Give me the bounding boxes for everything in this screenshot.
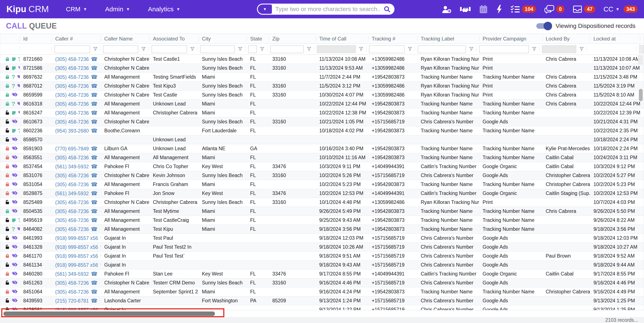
table-row[interactable]: 8461170 (918) 999-8557 x56☎ Gujarat In P… bbox=[0, 252, 644, 261]
phone-icon[interactable]: ☎ bbox=[91, 163, 98, 169]
phone-icon[interactable]: ☎ bbox=[91, 146, 98, 151]
vertical-scrollbar-track[interactable] bbox=[638, 55, 643, 64]
caller-number-link[interactable]: (305) 458-7236 bbox=[55, 218, 89, 223]
filter-funnel-icon[interactable] bbox=[579, 46, 584, 52]
table-row[interactable]: 8531076 (305) 458-7236☎ Christopher N Ca… bbox=[0, 171, 644, 180]
table-row[interactable]: ? 8616318 (305) 458-7236☎ All Management… bbox=[0, 99, 644, 108]
caller-number-link[interactable]: (918) 999-8557 x56 bbox=[55, 235, 98, 241]
col-provider-campaign[interactable]: Provider Campaign bbox=[479, 34, 542, 43]
filter-funnel-icon[interactable] bbox=[190, 46, 195, 52]
filter-tracking-label-input[interactable] bbox=[418, 45, 466, 53]
table-row[interactable]: 8504535 (305) 458-7236☎ All Management T… bbox=[0, 207, 644, 216]
table-row[interactable]: 8531054 (305) 458-7236☎ All Management F… bbox=[0, 180, 644, 189]
phone-icon[interactable]: ☎ bbox=[91, 65, 98, 71]
filter-funnel-icon[interactable] bbox=[532, 46, 537, 52]
table-row[interactable]: ? 8697632 (305) 458-7236☎ All Management… bbox=[0, 73, 644, 82]
table-row[interactable]: ? 8602236 (954) 393-2680☎ Boothe,Coreann… bbox=[0, 126, 644, 135]
caller-number-link[interactable]: (305) 458-7236 bbox=[55, 110, 89, 116]
caller-number-link[interactable]: (215) 720-6781 bbox=[55, 298, 89, 304]
table-row[interactable]: ? 8721660 (305) 458-7236☎ Christopher N … bbox=[0, 55, 644, 64]
nav-admin[interactable]: Admin ▼ bbox=[105, 5, 130, 13]
phone-icon[interactable]: ☎ bbox=[91, 119, 98, 125]
table-row[interactable]: 8461134 (918) 999-8557 x56☎ Gujarat In 9… bbox=[0, 261, 644, 270]
table-row[interactable]: 8528875 (561) 349-5932☎ Pahokee Fl Jon S… bbox=[0, 189, 644, 198]
horizontal-scrollbar-track[interactable] bbox=[0, 310, 644, 317]
filter-funnel-icon[interactable] bbox=[468, 46, 474, 52]
nav-analytics[interactable]: Analytics ▼ bbox=[148, 5, 180, 13]
caller-number-link[interactable]: (918) 999-8557 x56 bbox=[55, 262, 98, 268]
caller-number-link[interactable]: (561) 349-5932 bbox=[55, 164, 89, 169]
phone-icon[interactable]: ☎ bbox=[91, 271, 98, 277]
caller-number-link[interactable]: (770) 695-7849 bbox=[55, 146, 89, 151]
table-row[interactable]: 8537454 (561) 349-5932☎ Pahokee Fl Chris… bbox=[0, 162, 644, 171]
caller-number-link[interactable]: (305) 458-7236 bbox=[55, 155, 89, 160]
caller-number-link[interactable]: (305) 458-7236 bbox=[55, 74, 89, 80]
caller-number-link[interactable]: (561) 349-5932 bbox=[55, 271, 89, 277]
filter-funnel-icon[interactable] bbox=[259, 46, 265, 52]
phone-icon[interactable]: ☎ bbox=[91, 110, 98, 116]
table-row[interactable]: 8616247 (305) 458-7236☎ All Management C… bbox=[0, 108, 644, 117]
caller-number-link[interactable]: (561) 349-5932 bbox=[55, 191, 89, 196]
filter-state-input[interactable] bbox=[248, 45, 257, 53]
search-input[interactable] bbox=[272, 6, 384, 12]
table-row[interactable]: 8591903 (770) 695-7849☎ Lilburn GA Unkno… bbox=[0, 144, 644, 153]
phone-icon[interactable]: ☎ bbox=[91, 190, 98, 196]
caller-number-link[interactable]: (305) 458-7236 bbox=[55, 119, 89, 125]
tasks-icon[interactable]: 104 bbox=[510, 5, 536, 13]
caller-number-link[interactable]: (954) 393-2680 bbox=[55, 128, 89, 134]
table-row[interactable]: 8721586 (305) 458-7236☎ Christopher N Ca… bbox=[0, 64, 644, 73]
phone-icon[interactable]: ☎ bbox=[91, 298, 98, 304]
col-locked-by[interactable]: Locked By bbox=[542, 34, 590, 43]
phone-icon[interactable]: ☎ bbox=[91, 128, 98, 134]
col-zip[interactable]: Zip bbox=[269, 34, 316, 43]
col-tracking-number[interactable]: Tracking # bbox=[368, 34, 417, 43]
horizontal-scrollbar[interactable] bbox=[4, 312, 215, 316]
table-row[interactable]: 8460280 (561) 349-5932☎ Pahokee Fl Stan … bbox=[0, 270, 644, 279]
table-row[interactable]: ? 8495619 (305) 458-7236☎ All Management… bbox=[0, 216, 644, 225]
lightning-icon[interactable] bbox=[496, 4, 502, 14]
nav-crm[interactable]: CRM ▼ bbox=[66, 5, 87, 13]
table-row[interactable]: 8451263 (305) 458-7236☎ Christopher N Ca… bbox=[0, 279, 644, 288]
phone-icon[interactable]: ☎ bbox=[91, 92, 98, 98]
col-locked-at[interactable]: Locked at bbox=[590, 34, 640, 43]
caller-number-link[interactable]: (305) 458-7236 bbox=[55, 173, 89, 178]
table-row[interactable]: 8525489 (305) 458-7236☎ Christopher N Ca… bbox=[0, 198, 644, 207]
table-row[interactable]: 8439593 (215) 720-6781☎ Lashonda Carter … bbox=[0, 296, 644, 305]
filter-funnel-icon[interactable] bbox=[92, 46, 98, 52]
caller-number-link[interactable]: (305) 458-7236 bbox=[55, 83, 89, 89]
caller-number-link[interactable]: (305) 458-7236 bbox=[55, 182, 89, 187]
filter-provider-campaign-input[interactable] bbox=[479, 45, 529, 53]
phone-icon[interactable]: ☎ bbox=[91, 208, 98, 214]
phone-icon[interactable]: ☎ bbox=[91, 83, 98, 89]
phone-icon[interactable]: ☎ bbox=[91, 74, 98, 80]
phone-icon[interactable]: ☎ bbox=[91, 226, 98, 232]
filter-tracking-number-input[interactable] bbox=[369, 45, 404, 53]
caller-number-link[interactable]: (305) 458-7236 bbox=[55, 209, 89, 214]
filter-truncated-input[interactable] bbox=[639, 45, 644, 53]
filter-funnel-icon[interactable] bbox=[407, 46, 413, 52]
phone-icon[interactable]: ☎ bbox=[91, 181, 98, 187]
table-row[interactable]: 8659599 (305) 458-7236☎ Christopher N Ca… bbox=[0, 90, 644, 99]
table-row[interactable]: ? 8464082 (305) 458-7236☎ All Management… bbox=[0, 225, 644, 234]
dispositioned-toggle[interactable] bbox=[536, 23, 551, 29]
search-icon[interactable] bbox=[384, 5, 391, 13]
filter-zip-input[interactable] bbox=[270, 45, 304, 53]
caller-number-link[interactable]: (305) 458-7236 bbox=[55, 101, 89, 107]
col-caller[interactable]: Caller # bbox=[52, 34, 101, 43]
caller-number-link[interactable]: (305) 458-7236 bbox=[55, 56, 89, 62]
filter-time-of-call-input[interactable] bbox=[317, 45, 356, 53]
phone-icon[interactable]: ☎ bbox=[91, 154, 98, 160]
filter-funnel-icon[interactable] bbox=[306, 46, 312, 52]
app-logo[interactable]: Kipu CRM bbox=[6, 4, 49, 14]
col-caller-name[interactable]: Caller Name bbox=[101, 34, 150, 43]
caller-number-link[interactable]: (305) 458-7236 bbox=[55, 92, 89, 98]
col-truncated[interactable]: P bbox=[640, 34, 644, 43]
chat-icon[interactable]: 0 bbox=[544, 5, 564, 14]
caller-number-link[interactable]: (305) 458-7236 bbox=[55, 65, 89, 71]
table-row[interactable]: 8563551 (305) 458-7236☎ All Management A… bbox=[0, 153, 644, 162]
user-menu[interactable]: CC ▼ 343 bbox=[604, 5, 638, 13]
col-state[interactable]: State bbox=[247, 34, 269, 43]
caller-number-link[interactable]: (305) 458-7236 bbox=[55, 227, 89, 232]
phone-icon[interactable]: ☎ bbox=[91, 289, 98, 295]
filter-caller-input[interactable] bbox=[54, 45, 90, 53]
